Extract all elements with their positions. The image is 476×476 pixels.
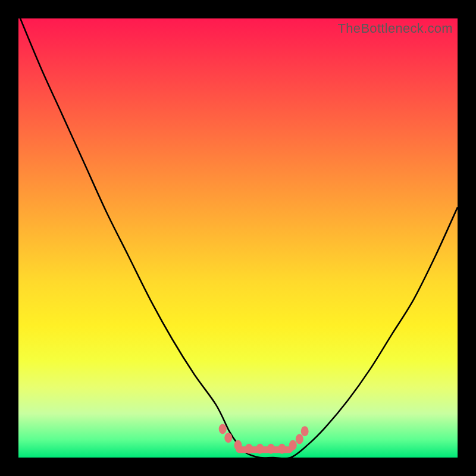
chart-frame: TheBottleneck.com (0, 0, 476, 476)
marker-dot (245, 444, 253, 454)
curve-layer (18, 14, 458, 459)
chart-plot-area: TheBottleneck.com (18, 18, 458, 458)
bottleneck-curve (18, 14, 458, 459)
marker-dot (256, 444, 264, 454)
marker-dot (301, 426, 309, 436)
chart-svg (18, 18, 458, 458)
marker-dot (296, 434, 303, 444)
marker-dot (267, 444, 275, 454)
marker-dot (219, 424, 227, 434)
marker-dot (278, 444, 286, 454)
marker-dot (234, 440, 242, 450)
marker-dot (289, 440, 297, 450)
marker-layer (219, 424, 309, 454)
marker-dot (224, 433, 232, 443)
